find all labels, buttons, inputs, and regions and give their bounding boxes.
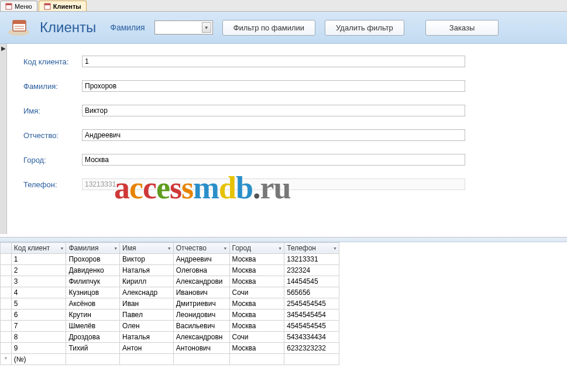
cell-name[interactable]: Виктор: [120, 254, 174, 265]
cell-city[interactable]: Москва: [229, 276, 284, 287]
table-row[interactable]: 5АксёновИванДмитриевичМосква2545454545: [1, 298, 339, 310]
row-selector[interactable]: [1, 287, 12, 298]
filter-by-surname-button[interactable]: Фильтр по фамилии: [222, 20, 315, 36]
clear-filter-button[interactable]: Удалить фильтр: [325, 20, 404, 36]
cell-id[interactable]: 3: [11, 276, 66, 287]
cell-surname[interactable]: Давиденко: [66, 265, 120, 276]
cell-name[interactable]: Павел: [120, 310, 174, 321]
table-row[interactable]: 9ТихийАнтонАнтоновичМосква6232323232: [1, 343, 339, 354]
form-icon: [5, 3, 12, 10]
cell-patronymic[interactable]: Александрови: [173, 276, 229, 287]
tab-clients[interactable]: Клиенты: [39, 1, 87, 11]
cell-id[interactable]: 6: [11, 310, 66, 321]
cell-name[interactable]: Наталья: [120, 265, 174, 276]
cell-city[interactable]: Москва: [229, 298, 284, 310]
row-selector[interactable]: [1, 276, 12, 287]
cell-name[interactable]: Антон: [120, 343, 174, 354]
orders-button[interactable]: Заказы: [425, 20, 499, 36]
datasheet: Код клиент▼ Фамилия▼ Имя▼ Отчество▼ Горо…: [0, 237, 567, 392]
cell-phone[interactable]: 4545454545: [284, 321, 339, 332]
cell-surname[interactable]: Аксёнов: [66, 298, 120, 310]
cell-id[interactable]: (№): [11, 354, 66, 365]
table-row[interactable]: 3ФилипчукКириллАлександровиМосква1445454…: [1, 276, 339, 287]
select-all-cell[interactable]: [1, 243, 12, 254]
row-selector[interactable]: [1, 332, 12, 343]
row-selector[interactable]: [1, 265, 12, 276]
cell-patronymic[interactable]: Васильевич: [173, 321, 229, 332]
row-selector[interactable]: [1, 310, 12, 321]
cell-city[interactable]: Москва: [229, 310, 284, 321]
col-header-city[interactable]: Город▼: [229, 243, 284, 254]
col-header-surname[interactable]: Фамилия▼: [66, 243, 120, 254]
cell-phone[interactable]: 14454545: [284, 276, 339, 287]
row-selector[interactable]: [1, 343, 12, 354]
cell-patronymic[interactable]: Дмитриевич: [173, 298, 229, 310]
row-selector[interactable]: [1, 298, 12, 310]
city-field[interactable]: [82, 154, 465, 166]
col-header-name[interactable]: Имя▼: [120, 243, 174, 254]
form-icon: [44, 3, 51, 10]
cell-phone[interactable]: 6232323232: [284, 343, 339, 354]
cell-city[interactable]: Москва: [229, 343, 284, 354]
phone-field[interactable]: [82, 178, 465, 190]
cell-id[interactable]: 4: [11, 287, 66, 298]
table-row[interactable]: 4КузницовАлекснадрИвановичСочи565656: [1, 287, 339, 298]
cell-id[interactable]: 8: [11, 332, 66, 343]
surname-field[interactable]: [82, 80, 465, 92]
datasheet-splitter[interactable]: [0, 238, 567, 242]
cell-phone[interactable]: 5434334434: [284, 332, 339, 343]
row-selector[interactable]: [1, 321, 12, 332]
cell-name[interactable]: Наталья: [120, 332, 174, 343]
id-field[interactable]: [82, 56, 465, 67]
cell-city[interactable]: Москва: [229, 254, 284, 265]
cell-surname[interactable]: Кузницов: [66, 287, 120, 298]
table-row[interactable]: 2ДавиденкоНатальяОлеговнаМосква232324: [1, 265, 339, 276]
cell-phone[interactable]: 13213331: [284, 254, 339, 265]
cell-surname[interactable]: Крутин: [66, 310, 120, 321]
cell-patronymic[interactable]: Иванович: [173, 287, 229, 298]
cell-phone[interactable]: 2545454545: [284, 298, 339, 310]
cell-city[interactable]: Москва: [229, 265, 284, 276]
tab-menu[interactable]: Меню: [0, 1, 37, 11]
col-header-phone[interactable]: Телефон▼: [284, 243, 339, 254]
cell-phone[interactable]: 232324: [284, 265, 339, 276]
svg-rect-3: [44, 4, 50, 5]
tab-label: Меню: [15, 3, 32, 10]
cell-city[interactable]: Москва: [229, 321, 284, 332]
cell-surname[interactable]: Тихий: [66, 343, 120, 354]
cell-id[interactable]: 5: [11, 298, 66, 310]
cell-id[interactable]: 7: [11, 321, 66, 332]
cell-surname[interactable]: Филипчук: [66, 276, 120, 287]
col-header-patronymic[interactable]: Отчество▼: [173, 243, 229, 254]
table-row[interactable]: 6КрутинПавелЛеонидовичМосква3454545454: [1, 310, 339, 321]
cell-name[interactable]: Иван: [120, 298, 174, 310]
cell-patronymic[interactable]: Андреевич: [173, 254, 229, 265]
cell-name[interactable]: Кирилл: [120, 276, 174, 287]
surname-combo[interactable]: ▼: [154, 20, 213, 35]
cell-surname[interactable]: Дроздова: [66, 332, 120, 343]
cell-city[interactable]: Сочи: [229, 332, 284, 343]
table-row[interactable]: 8ДроздоваНатальяАлександровнСочи54343344…: [1, 332, 339, 343]
cell-name[interactable]: Алекснадр: [120, 287, 174, 298]
table-row[interactable]: 1ПрохоровВикторАндреевичМосква13213331: [1, 254, 339, 265]
patronymic-field[interactable]: [82, 129, 465, 141]
cell-phone[interactable]: 565656: [284, 287, 339, 298]
cell-patronymic[interactable]: Антонович: [173, 343, 229, 354]
new-row[interactable]: *(№): [1, 354, 339, 365]
cell-city[interactable]: Сочи: [229, 287, 284, 298]
cell-surname[interactable]: Шмелёв: [66, 321, 120, 332]
cell-id[interactable]: 2: [11, 265, 66, 276]
cell-id[interactable]: 9: [11, 343, 66, 354]
table-row[interactable]: 7ШмелёвОленВасильевичМосква4545454545: [1, 321, 339, 332]
cell-patronymic[interactable]: Леонидович: [173, 310, 229, 321]
cell-phone[interactable]: 3454545454: [284, 310, 339, 321]
cell-surname[interactable]: Прохоров: [66, 254, 120, 265]
label-name: Имя:: [23, 106, 82, 115]
row-selector[interactable]: [1, 254, 12, 265]
cell-name[interactable]: Олен: [120, 321, 174, 332]
cell-patronymic[interactable]: Александровн: [173, 332, 229, 343]
col-header-id[interactable]: Код клиент▼: [11, 243, 66, 254]
name-field[interactable]: [82, 105, 465, 116]
cell-patronymic[interactable]: Олеговна: [173, 265, 229, 276]
cell-id[interactable]: 1: [11, 254, 66, 265]
